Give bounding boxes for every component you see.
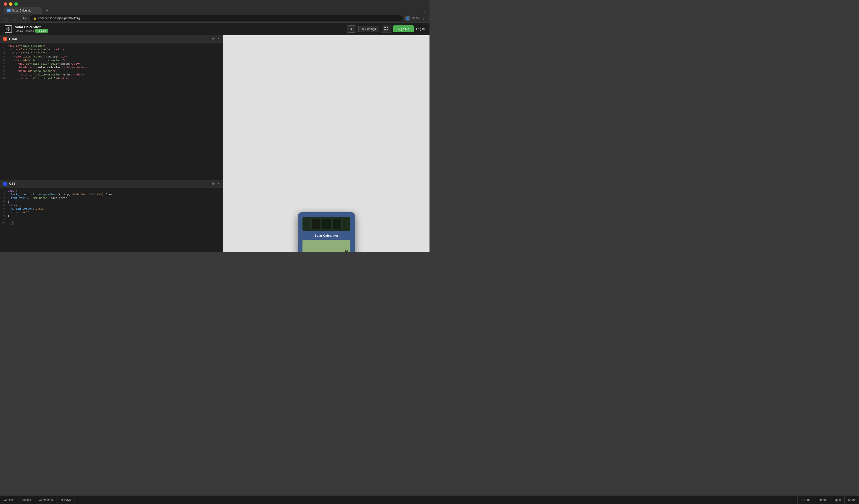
calculator-title: Solar Calculator: [302, 234, 350, 238]
grid-button[interactable]: [382, 25, 391, 33]
browser-more-icon[interactable]: ⋮: [422, 16, 426, 20]
pen-author: Sassja Ceballos: [15, 29, 34, 32]
codepen-logo[interactable]: [5, 26, 12, 33]
code-line: 9: [0, 218, 223, 221]
code-line: 6 <div id="calc_solar_cell">&nbsp;</div>: [0, 62, 223, 66]
html-label-text: HTML: [9, 37, 18, 41]
calculator-screen: 0: [302, 240, 350, 252]
code-line: 10 <div id="calc_result">0</div>: [0, 76, 223, 80]
browser-tab[interactable]: ✦ Solar Calculator ×: [4, 7, 42, 14]
browser-window: ✦ Solar Calculator × + ⌄ ‹ › ↻ 🔒 codepen…: [0, 0, 430, 252]
code-line: 4 <div class="spacer">&nbsp;</div>: [0, 55, 223, 59]
preview-panel: Solar Calculator 0 π E DEL CLR % ( ) /: [223, 35, 430, 252]
code-line: 5 header {: [0, 203, 223, 207]
solar-cell-3: [332, 219, 342, 229]
guest-label: Guest: [412, 17, 419, 20]
code-line: 3 font-family: 'PT Sans', sans-serif;: [0, 196, 223, 200]
svg-rect-9: [385, 29, 386, 30]
traffic-lights: [0, 0, 430, 7]
code-line: 2 background: linear-gradient(to top, #E…: [0, 193, 223, 196]
code-line: 8 }: [0, 214, 223, 218]
header-actions: ♥ ⚙ Settings Sign Up Log In: [347, 25, 425, 33]
code-line: 9 <div id="calc_expression">&nbsp;</div>: [0, 73, 223, 76]
pen-info: Solar Calculator Sassja Ceballos + Follo…: [15, 25, 48, 33]
css-header-actions: ⚙ ∧: [212, 182, 220, 186]
window-chevron-icon[interactable]: ⌄: [423, 9, 426, 13]
codepen-header: Solar Calculator Sassja Ceballos + Follo…: [0, 23, 430, 35]
forward-button[interactable]: ›: [13, 16, 19, 21]
css-editor-panel: C CSS ⚙ ∧ 1 body { 2: [0, 180, 223, 252]
css-label-text: CSS: [9, 182, 16, 185]
html-gear-icon[interactable]: ⚙: [212, 37, 215, 41]
html-lang-label: H HTML: [3, 37, 18, 41]
main-content: H HTML ⚙ ∧ 1 <div id="calc_outside">: [0, 35, 430, 252]
logo-icon: [5, 26, 12, 33]
tab-bar: ✦ Solar Calculator × + ⌄: [0, 7, 430, 14]
user-icon: 👤: [405, 16, 410, 21]
solar-panel: [302, 217, 350, 231]
code-line: 8 <main id="calc_screen">: [0, 69, 223, 73]
solar-cell-1: [311, 219, 320, 229]
editors-column: H HTML ⚙ ∧ 1 <div id="calc_outside">: [0, 35, 223, 252]
new-tab-button[interactable]: +: [44, 8, 50, 13]
css-collapse-icon[interactable]: ∧: [217, 182, 220, 186]
code-line: 4 }: [0, 200, 223, 203]
reload-button[interactable]: ↻: [21, 16, 27, 20]
settings-button[interactable]: ⚙ Settings: [358, 26, 379, 32]
tab-close-icon[interactable]: ×: [37, 9, 39, 12]
follow-button[interactable]: + Follow: [35, 29, 48, 33]
css-editor-header: C CSS ⚙ ∧: [0, 180, 223, 187]
tab-favicon: ✦: [7, 9, 11, 12]
svg-rect-10: [387, 29, 388, 30]
code-line: 3 <div id="calc_inside">: [0, 51, 223, 55]
css-editor-body[interactable]: 1 body { 2 background: linear-gradient(t…: [0, 187, 223, 252]
html-collapse-icon[interactable]: ∧: [217, 37, 220, 41]
html-editor-panel: H HTML ⚙ ∧ 1 <div id="calc_outside">: [0, 35, 223, 180]
calculator-display: 0: [345, 249, 348, 252]
calculator-widget: Solar Calculator 0 π E DEL CLR % ( ) /: [298, 212, 355, 252]
css-badge: C: [3, 182, 7, 186]
css-gear-icon[interactable]: ⚙: [212, 182, 215, 186]
code-line: 5 <div id="calc_display_surface">: [0, 59, 223, 62]
html-editor-body[interactable]: 1 <div id="calc_outside"> 2 <div class="…: [0, 43, 223, 180]
svg-rect-7: [385, 27, 386, 28]
code-line: 7 color: #CCC;: [0, 211, 223, 214]
close-button[interactable]: [4, 2, 7, 6]
solar-cell-2: [322, 219, 331, 229]
signup-button[interactable]: Sign Up: [393, 26, 414, 32]
url-text: codepen.io/sassjaic/pen/zNJgKg: [38, 17, 80, 20]
css-lang-label: C CSS: [3, 182, 16, 186]
code-line: 2 <div class="spacer">&nbsp;</div>: [0, 48, 223, 51]
code-line: 1 body {: [0, 189, 223, 193]
login-button[interactable]: Log In: [416, 27, 425, 31]
code-line: 10 ▔: [0, 221, 223, 225]
maximize-button[interactable]: [14, 2, 18, 6]
minimize-button[interactable]: [9, 2, 13, 6]
svg-rect-8: [387, 27, 388, 28]
html-badge: H: [3, 37, 7, 41]
tab-title: Solar Calculator: [12, 9, 32, 12]
back-button[interactable]: ‹: [4, 16, 10, 21]
html-editor-header: H HTML ⚙ ∧: [0, 35, 223, 43]
user-menu[interactable]: 👤 Guest: [405, 16, 419, 21]
heart-button[interactable]: ♥: [347, 26, 356, 33]
code-line: 1 <div id="calc_outside">: [0, 44, 223, 48]
html-header-actions: ⚙ ∧: [212, 37, 220, 41]
code-line: 6 margin-bottom: 0.5em;: [0, 207, 223, 211]
code-line: 7 <header><h3>Solar Calculator</h3></hea…: [0, 66, 223, 69]
lock-icon: 🔒: [33, 17, 36, 20]
pen-title: Solar Calculator: [15, 25, 48, 29]
url-field[interactable]: 🔒 codepen.io/sassjaic/pen/zNJgKg: [30, 15, 403, 21]
address-bar: ‹ › ↻ 🔒 codepen.io/sassjaic/pen/zNJgKg 👤…: [0, 14, 430, 23]
